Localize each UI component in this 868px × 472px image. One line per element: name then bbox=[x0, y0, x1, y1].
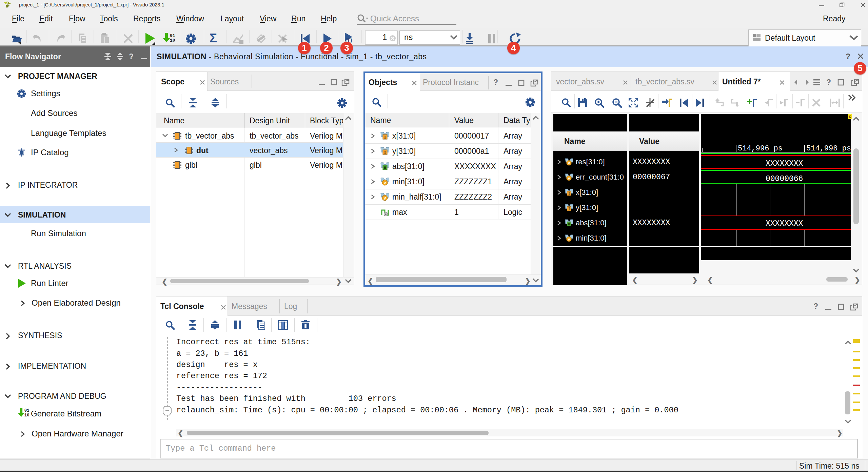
svg-text:I: I bbox=[384, 150, 386, 155]
svg-text:01: 01 bbox=[170, 33, 175, 38]
svg-text:v: v bbox=[384, 196, 386, 201]
svg-text:v: v bbox=[568, 237, 570, 241]
svg-text:10: 10 bbox=[170, 38, 175, 43]
svg-text:v: v bbox=[384, 181, 386, 185]
svg-text:v: v bbox=[568, 161, 570, 165]
svg-text:01: 01 bbox=[24, 408, 29, 413]
svg-text:I: I bbox=[568, 206, 570, 211]
svg-text:I: I bbox=[384, 135, 386, 140]
svg-text:0: 0 bbox=[384, 165, 386, 170]
svg-text:0: 0 bbox=[568, 222, 570, 226]
svg-text:10: 10 bbox=[24, 413, 29, 418]
svg-text:I: I bbox=[568, 191, 570, 196]
svg-text:v: v bbox=[568, 176, 570, 180]
